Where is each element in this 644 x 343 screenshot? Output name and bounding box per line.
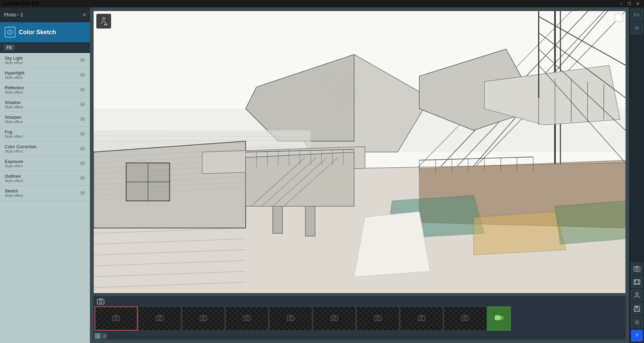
- svg-rect-119: [156, 316, 163, 321]
- f11-button[interactable]: F11: [631, 9, 643, 21]
- close-button[interactable]: ✕: [634, 2, 641, 6]
- filmstrip-green-slot[interactable]: [487, 306, 511, 331]
- filmstrip-slot-7[interactable]: [356, 306, 399, 331]
- filmstrip-controls: [93, 296, 626, 306]
- svg-point-130: [377, 317, 379, 320]
- svg-rect-129: [375, 316, 381, 321]
- page-number-2[interactable]: 2: [101, 333, 107, 339]
- titlebar: Lumion Pro 8.0 ─ ❐ ✕: [0, 0, 644, 7]
- svg-rect-131: [418, 316, 425, 321]
- svg-point-11: [82, 118, 84, 120]
- svg-point-1: [9, 31, 11, 33]
- eye-icon-color-correction[interactable]: [80, 146, 85, 152]
- svg-rect-123: [244, 316, 250, 321]
- svg-text:FX: FX: [104, 23, 108, 26]
- svg-rect-133: [462, 316, 468, 321]
- effect-item-sky-light[interactable]: Sky Light Style effect: [0, 53, 90, 68]
- filmstrip-slot-6[interactable]: [313, 306, 356, 331]
- fx-label: FX: [4, 45, 14, 51]
- svg-point-116: [99, 300, 102, 303]
- svg-point-21: [82, 192, 84, 193]
- filmstrip-slot-3[interactable]: [182, 306, 225, 331]
- film-sidebar-button[interactable]: [631, 276, 643, 288]
- svg-point-128: [333, 317, 336, 320]
- help-sidebar-button[interactable]: ?: [631, 330, 643, 342]
- gear-sidebar-button[interactable]: [631, 316, 643, 328]
- svg-point-149: [636, 293, 638, 295]
- svg-point-15: [82, 148, 84, 149]
- color-sketch-header: Color Sketch: [0, 22, 90, 42]
- fx-tab[interactable]: FX: [0, 42, 90, 53]
- color-sketch-icon: [5, 27, 15, 38]
- svg-point-136: [497, 317, 499, 319]
- svg-point-120: [158, 317, 161, 320]
- svg-point-122: [202, 317, 205, 320]
- minimize-button[interactable]: ─: [617, 2, 624, 6]
- person-sidebar-button[interactable]: [631, 289, 643, 301]
- svg-point-17: [82, 162, 84, 164]
- svg-rect-145: [638, 280, 639, 281]
- eye-icon-sky-light[interactable]: [80, 58, 85, 63]
- camera-icon-top[interactable]: [96, 296, 105, 306]
- eye-icon-exposure[interactable]: [80, 161, 85, 166]
- eye-icon-shadow[interactable]: [80, 102, 85, 107]
- menu-icon[interactable]: ≡: [83, 12, 86, 18]
- main-container: Photo - 1 ≡ Color Sketch FX Sky Light St…: [0, 7, 644, 343]
- effect-item-hyperlight[interactable]: Hyperlight Style effect: [0, 68, 90, 82]
- effect-item-sharpen[interactable]: Sharpen Style effect: [0, 112, 90, 127]
- restore-button[interactable]: ❐: [626, 2, 633, 6]
- eye-icon-hyperlight[interactable]: [80, 72, 85, 78]
- eye-icon-outlines[interactable]: [80, 176, 85, 181]
- svg-point-132: [420, 317, 423, 320]
- svg-rect-125: [287, 316, 294, 321]
- photo-title-bar: Photo - 1 ≡: [0, 7, 90, 22]
- svg-point-134: [464, 317, 466, 320]
- effect-item-sketch[interactable]: Sketch Style effect: [0, 186, 90, 201]
- filmstrip-slot-8[interactable]: [400, 306, 443, 331]
- filmstrip-slot-4[interactable]: [226, 306, 268, 331]
- effect-item-outlines[interactable]: Outlines Style effect: [0, 171, 90, 186]
- center-area: FX: [90, 7, 629, 343]
- viewport-corner-button[interactable]: [615, 14, 623, 22]
- effect-item-color-correction[interactable]: Color Correction Style effect: [0, 141, 90, 156]
- left-panel: Photo - 1 ≡ Color Sketch FX Sky Light St…: [0, 7, 90, 343]
- effect-item-fog[interactable]: Fog Style effect: [0, 127, 90, 141]
- page-number-1[interactable]: 1: [95, 333, 101, 339]
- page-numbers: 12: [93, 332, 626, 340]
- effects-list: Sky Light Style effect Hyperlight Style …: [0, 53, 90, 343]
- svg-point-153: [636, 321, 638, 323]
- eye-icon-sketch[interactable]: [80, 190, 85, 196]
- eye-icon-sharpen[interactable]: [80, 117, 85, 122]
- eye-icon-fog[interactable]: [80, 131, 85, 137]
- svg-marker-77: [555, 201, 626, 244]
- svg-marker-0: [7, 30, 13, 35]
- svg-point-7: [82, 89, 84, 90]
- fx-overlay-button[interactable]: FX: [96, 14, 111, 28]
- viewport-container: FX: [93, 11, 626, 293]
- effect-item-exposure[interactable]: Exposure Style effect: [0, 156, 90, 171]
- titlebar-controls: ─ ❐ ✕: [617, 2, 641, 6]
- eye-icon-reflection[interactable]: [80, 87, 85, 93]
- effect-item-reflection[interactable]: Reflection Style effect: [0, 82, 90, 97]
- filmstrip-slot-1[interactable]: [95, 306, 138, 331]
- filmstrip-slot-9[interactable]: [444, 306, 487, 331]
- app-title: Lumion Pro 8.0: [3, 1, 39, 7]
- svg-marker-78: [354, 212, 430, 277]
- save-sidebar-button[interactable]: [631, 303, 643, 315]
- filmstrip: [93, 306, 626, 332]
- filmstrip-slot-5[interactable]: [269, 306, 312, 331]
- svg-point-124: [246, 317, 248, 320]
- svg-rect-115: [97, 299, 104, 304]
- camera-sidebar-button[interactable]: [631, 263, 643, 275]
- svg-rect-137: [501, 317, 503, 319]
- svg-point-3: [82, 59, 84, 61]
- effect-item-shadow[interactable]: Shadow Style effect: [0, 97, 90, 112]
- svg-point-22: [102, 17, 105, 20]
- svg-rect-117: [113, 316, 119, 321]
- svg-point-13: [82, 133, 84, 134]
- filmstrip-slot-2[interactable]: [138, 306, 181, 331]
- svg-rect-146: [638, 283, 639, 284]
- svg-rect-144: [635, 283, 636, 284]
- color-sketch-title: Color Sketch: [19, 29, 56, 36]
- f8-button[interactable]: F8: [631, 22, 643, 34]
